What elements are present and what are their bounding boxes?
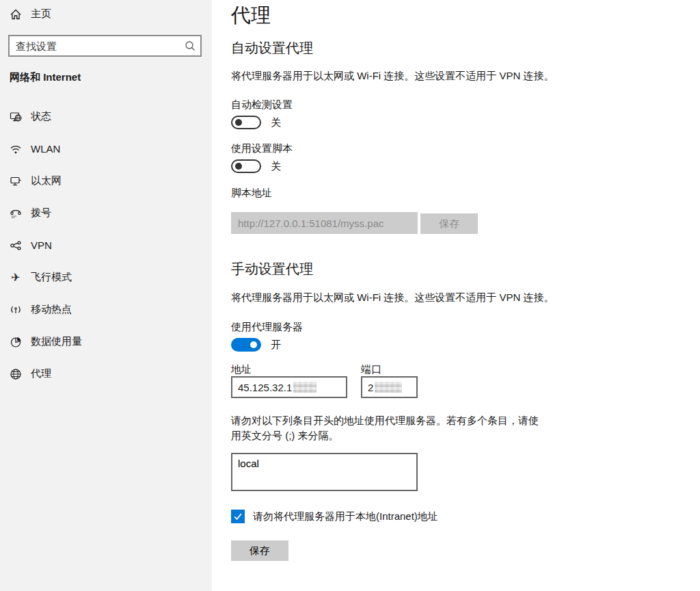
auto-detect-toggle[interactable] [231, 116, 261, 129]
use-proxy-label: 使用代理服务器 [231, 320, 700, 334]
sidebar-item-label: 飞行模式 [31, 271, 72, 284]
sidebar-item-home[interactable]: 主页 [10, 8, 51, 21]
sidebar-item-vpn[interactable]: VPN [0, 229, 212, 261]
intranet-checkbox-row: 请勿将代理服务器用于本地(Intranet)地址 [231, 510, 700, 523]
sidebar-item-label: 拨号 [31, 207, 51, 220]
airplane-icon: ✈ [10, 272, 22, 284]
script-address-input[interactable] [231, 212, 418, 234]
intranet-checkbox-label: 请勿将代理服务器用于本地(Intranet)地址 [253, 510, 438, 523]
home-label: 主页 [31, 8, 51, 21]
port-label: 端口 [361, 363, 418, 376]
manual-save-button[interactable]: 保存 [231, 540, 288, 561]
settings-search [8, 35, 202, 57]
sidebar-item-airplane-mode[interactable]: ✈ 飞行模式 [0, 261, 212, 293]
sidebar-item-dialup[interactable]: 拨号 [0, 197, 212, 229]
sidebar-item-label: 代理 [31, 367, 51, 380]
auto-detect-state: 关 [271, 116, 281, 129]
hotspot-icon [10, 304, 22, 316]
sidebar-item-data-usage[interactable]: 数据使用量 [0, 326, 212, 358]
sidebar-item-mobile-hotspot[interactable]: 移动热点 [0, 293, 212, 326]
address-field-group: 地址 45.125.32.1 [231, 363, 347, 398]
auto-detect-label: 自动检测设置 [231, 98, 700, 111]
manual-proxy-description: 将代理服务器用于以太网或 Wi-Fi 连接。这些设置不适用于 VPN 连接。 [231, 291, 700, 304]
checkmark-icon [232, 511, 243, 522]
manual-proxy-section-heading: 手动设置代理 [231, 260, 700, 278]
dialup-icon [10, 207, 22, 220]
address-value: 45.125.32.1 [238, 382, 292, 393]
use-proxy-toggle[interactable] [231, 338, 261, 352]
sidebar-item-label: VPN [31, 239, 52, 251]
sidebar-item-label: 状态 [31, 110, 51, 123]
wifi-icon [10, 143, 22, 155]
port-value: 2 [368, 382, 373, 393]
vpn-icon [10, 239, 22, 252]
address-label: 地址 [231, 363, 347, 376]
page-title: 代理 [231, 3, 700, 27]
intranet-checkbox[interactable] [231, 510, 245, 523]
port-input[interactable]: 2 [361, 376, 418, 398]
toggle-knob [235, 163, 242, 170]
auto-save-button[interactable]: 保存 [420, 213, 478, 234]
auto-proxy-description: 将代理服务器用于以太网或 Wi-Fi 连接。这些设置不适用于 VPN 连接。 [231, 69, 700, 83]
search-input[interactable] [8, 35, 202, 57]
proxy-globe-icon [10, 368, 22, 380]
sidebar-item-wlan[interactable]: WLAN [0, 133, 212, 165]
use-script-label: 使用设置脚本 [231, 142, 700, 155]
sidebar-item-ethernet[interactable]: 以太网 [0, 165, 212, 197]
sidebar-item-label: 以太网 [31, 174, 62, 187]
toggle-knob [250, 341, 257, 348]
script-address-label: 脚本地址 [231, 186, 700, 200]
use-script-state: 关 [271, 160, 281, 173]
sidebar-item-label: 移动热点 [31, 303, 72, 316]
status-icon [10, 111, 22, 123]
sidebar-item-label: WLAN [31, 143, 60, 155]
sidebar-section-heading: 网络和 Internet [10, 71, 81, 84]
proxy-exceptions-textarea[interactable]: local [231, 453, 418, 491]
address-input[interactable]: 45.125.32.1 [231, 376, 347, 398]
proxy-settings-page: 代理 自动设置代理 将代理服务器用于以太网或 Wi-Fi 连接。这些设置不适用于… [212, 0, 700, 591]
proxy-exceptions-note: 请勿对以下列条目开头的地址使用代理服务器。若有多个条目，请使用英文分号 (;) … [231, 413, 544, 443]
port-field-group: 端口 2 [361, 363, 418, 398]
sidebar-item-status[interactable]: 状态 [0, 101, 212, 133]
port-redacted-pixelation [375, 382, 402, 393]
sidebar-item-label: 数据使用量 [31, 335, 82, 348]
toggle-knob [235, 119, 242, 126]
home-icon [10, 8, 22, 21]
use-proxy-state: 开 [271, 339, 281, 352]
ethernet-icon [10, 175, 22, 187]
sidebar-item-proxy[interactable]: 代理 [0, 358, 212, 390]
settings-sidebar: 主页 网络和 Internet 状态 [0, 0, 212, 591]
use-script-toggle[interactable] [231, 159, 261, 173]
auto-proxy-section-heading: 自动设置代理 [231, 39, 700, 57]
search-icon[interactable] [184, 40, 196, 52]
data-usage-icon [10, 336, 22, 348]
sidebar-nav: 状态 WLAN 以太网 [0, 101, 212, 390]
address-redacted-pixelation [293, 382, 317, 393]
